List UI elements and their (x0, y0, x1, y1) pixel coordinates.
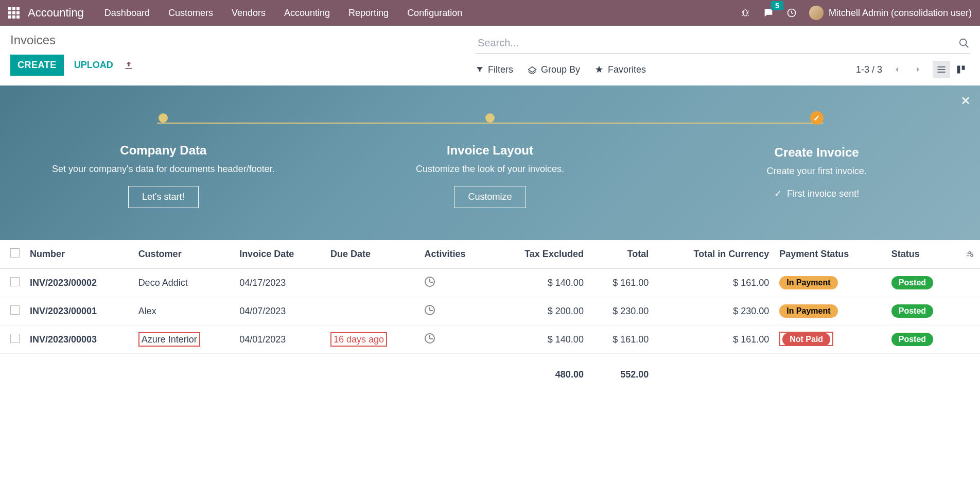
upload-button[interactable]: UPLOAD (74, 60, 113, 71)
create-button[interactable]: CREATE (10, 55, 64, 76)
menu-vendors[interactable]: Vendors (232, 8, 266, 19)
kanban-view-button[interactable] (952, 61, 970, 78)
clock-icon[interactable] (425, 305, 435, 315)
cell-payment-status: In Payment (774, 269, 886, 297)
table-row[interactable]: INV/2023/00002 Deco Addict 04/17/2023 $ … (0, 269, 980, 297)
step-dot (485, 113, 495, 123)
step-dot (159, 113, 168, 123)
filters-button[interactable]: Filters (476, 64, 513, 75)
cell-total-currency: $ 161.00 (654, 325, 774, 354)
th-number[interactable]: Number (25, 240, 133, 269)
cell-due-date: 16 days ago (325, 325, 419, 354)
onboard-step-company: Company Data Set your company's data for… (42, 113, 284, 240)
upload-icon[interactable] (124, 60, 134, 71)
search-wrap (476, 33, 970, 54)
search-icon[interactable] (958, 38, 970, 49)
th-customer[interactable]: Customer (133, 240, 235, 269)
row-checkbox[interactable] (10, 334, 20, 343)
groupby-label: Group By (541, 64, 580, 75)
cell-tax-excluded: $ 140.00 (492, 269, 589, 297)
topmenu: Dashboard Customers Vendors Accounting R… (104, 8, 740, 19)
cell-customer: Deco Addict (133, 269, 235, 297)
cell-activities[interactable] (419, 269, 492, 297)
cell-total: $ 230.00 (589, 297, 654, 325)
cell-customer: Alex (133, 297, 235, 325)
cell-tax-excluded: $ 200.00 (492, 297, 589, 325)
step-desc: Customize the look of your invoices. (369, 163, 611, 176)
cell-due-date (325, 297, 419, 325)
groupby-button[interactable]: Group By (528, 64, 580, 75)
lets-start-button[interactable]: Let's start! (128, 186, 198, 208)
cell-status: Posted (886, 269, 959, 297)
cell-number: INV/2023/00003 (25, 325, 133, 354)
favorites-button[interactable]: Favorites (594, 64, 646, 75)
onboard-step-invoice: ✓ Create Invoice Create your first invoi… (696, 113, 938, 240)
clock-icon[interactable] (425, 333, 435, 344)
clock-icon[interactable] (425, 277, 435, 287)
customize-button[interactable]: Customize (454, 186, 526, 208)
th-total[interactable]: Total (589, 240, 654, 269)
th-activities[interactable]: Activities (419, 240, 492, 269)
user-menu[interactable]: Mitchell Admin (consolidation user) (809, 6, 972, 20)
invoice-table: Number Customer Invoice Date Due Date Ac… (0, 240, 980, 387)
th-payment-status[interactable]: Payment Status (774, 240, 886, 269)
pager-prev[interactable] (891, 63, 903, 76)
cell-payment-status: Not Paid (774, 325, 886, 354)
menu-reporting[interactable]: Reporting (348, 8, 389, 19)
total-tax-excluded: 480.00 (492, 354, 589, 388)
cell-customer: Azure Interior (133, 325, 235, 354)
checkbox-all[interactable] (10, 248, 20, 258)
step-title: Invoice Layout (369, 143, 611, 158)
control-panel: Invoices CREATE UPLOAD Filters (0, 26, 980, 85)
pager-next[interactable] (912, 63, 923, 76)
list-view-button[interactable] (933, 61, 950, 78)
avatar (809, 6, 824, 20)
onboarding-banner: ✕ Company Data Set your company's data f… (0, 85, 980, 240)
apps-icon[interactable] (8, 7, 20, 19)
top-navbar: Accounting Dashboard Customers Vendors A… (0, 0, 980, 26)
th-status[interactable]: Status (886, 240, 959, 269)
app-brand[interactable]: Accounting (28, 6, 84, 20)
row-checkbox[interactable] (10, 305, 20, 315)
bug-icon[interactable] (740, 8, 750, 18)
cell-invoice-date: 04/01/2023 (234, 325, 325, 354)
cell-total-currency: $ 230.00 (654, 297, 774, 325)
cell-payment-status: In Payment (774, 297, 886, 325)
cell-number: INV/2023/00001 (25, 297, 133, 325)
cell-activities[interactable] (419, 325, 492, 354)
onboard-step-layout: Invoice Layout Customize the look of you… (369, 113, 611, 240)
menu-configuration[interactable]: Configuration (407, 8, 462, 19)
cell-invoice-date: 04/17/2023 (234, 269, 325, 297)
messages-badge: 5 (771, 1, 783, 10)
th-total-currency[interactable]: Total in Currency (654, 240, 774, 269)
check-icon: ✓ (774, 188, 782, 199)
th-due-date[interactable]: Due Date (325, 240, 419, 269)
row-checkbox[interactable] (10, 277, 20, 286)
clock-icon[interactable] (786, 8, 797, 18)
svg-point-1 (960, 39, 967, 45)
cell-due-date (325, 269, 419, 297)
step-title: Company Data (42, 143, 284, 158)
pager-text[interactable]: 1-3 / 3 (856, 64, 882, 75)
menu-accounting[interactable]: Accounting (284, 8, 330, 19)
favorites-label: Favorites (608, 64, 646, 75)
table-row[interactable]: INV/2023/00001 Alex 04/07/2023 $ 200.00 … (0, 297, 980, 325)
filters-label: Filters (488, 64, 513, 75)
menu-customers[interactable]: Customers (168, 8, 213, 19)
cell-status: Posted (886, 325, 959, 354)
search-input[interactable] (476, 35, 958, 51)
cell-invoice-date: 04/07/2023 (234, 297, 325, 325)
column-options-icon[interactable] (965, 250, 975, 259)
messages-icon[interactable]: 5 (763, 7, 774, 19)
close-icon[interactable]: ✕ (960, 94, 971, 108)
cell-tax-excluded: $ 140.00 (492, 325, 589, 354)
table-row[interactable]: INV/2023/00003 Azure Interior 04/01/2023… (0, 325, 980, 354)
th-invoice-date[interactable]: Invoice Date (234, 240, 325, 269)
cell-activities[interactable] (419, 297, 492, 325)
cell-number: INV/2023/00002 (25, 269, 133, 297)
page-title: Invoices (10, 33, 134, 47)
menu-dashboard[interactable]: Dashboard (104, 8, 150, 19)
step-desc: Set your company's data for documents he… (42, 163, 284, 176)
th-tax-excluded[interactable]: Tax Excluded (492, 240, 589, 269)
step-done-label: First invoice sent! (787, 188, 859, 199)
